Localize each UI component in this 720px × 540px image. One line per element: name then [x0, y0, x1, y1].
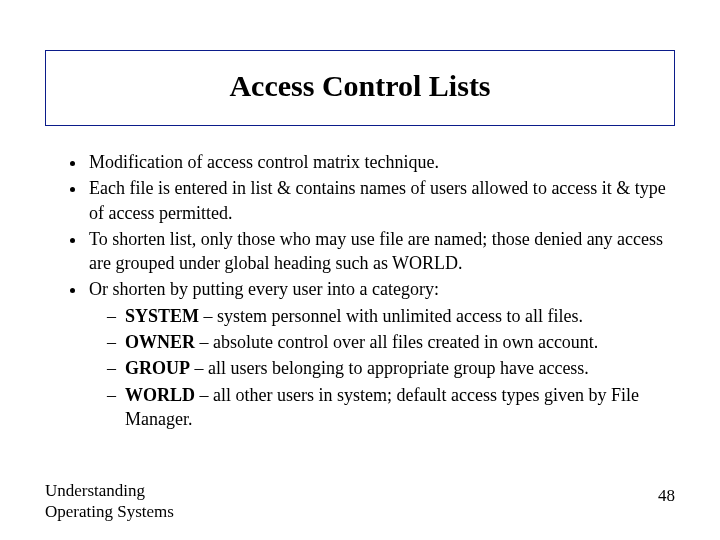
sub-item: GROUP – all users belonging to appropria…: [107, 356, 675, 380]
category-name: GROUP: [125, 358, 190, 378]
bullet-item: Modification of access control matrix te…: [87, 150, 675, 174]
bullet-text: Or shorten by putting every user into a …: [89, 279, 439, 299]
category-desc: – absolute control over all files create…: [195, 332, 598, 352]
sub-item: WORLD – all other users in system; defau…: [107, 383, 675, 432]
footer-left: Understanding Operating Systems: [45, 481, 174, 522]
category-name: OWNER: [125, 332, 195, 352]
bullet-item: To shorten list, only those who may use …: [87, 227, 675, 276]
slide: Access Control Lists Modification of acc…: [0, 0, 720, 540]
sub-list: SYSTEM – system personnel with unlimited…: [89, 304, 675, 431]
sub-item: OWNER – absolute control over all files …: [107, 330, 675, 354]
footer-line: Operating Systems: [45, 502, 174, 521]
category-desc: – all users belonging to appropriate gro…: [190, 358, 589, 378]
footer-line: Understanding: [45, 481, 145, 500]
category-desc: – all other users in system; default acc…: [125, 385, 639, 429]
slide-title: Access Control Lists: [56, 69, 664, 103]
category-name: WORLD: [125, 385, 195, 405]
bullet-item: Or shorten by putting every user into a …: [87, 277, 675, 431]
title-box: Access Control Lists: [45, 50, 675, 126]
category-name: SYSTEM: [125, 306, 199, 326]
category-desc: – system personnel with unlimited access…: [199, 306, 583, 326]
bullet-list: Modification of access control matrix te…: [45, 150, 675, 431]
page-number: 48: [658, 486, 675, 506]
sub-item: SYSTEM – system personnel with unlimited…: [107, 304, 675, 328]
bullet-item: Each file is entered in list & contains …: [87, 176, 675, 225]
